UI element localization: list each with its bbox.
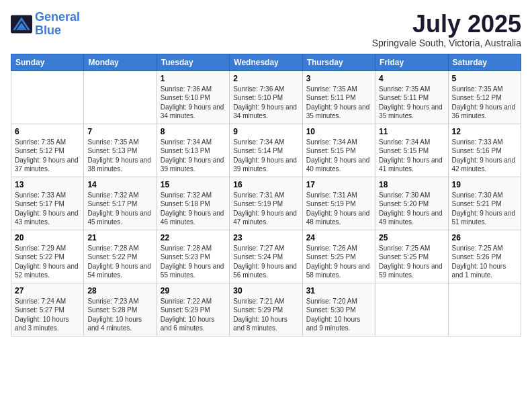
day-number: 13 bbox=[15, 180, 80, 189]
day-number: 19 bbox=[452, 180, 517, 189]
day-number: 7 bbox=[87, 127, 152, 136]
day-number: 17 bbox=[306, 180, 371, 189]
day-detail: Sunrise: 7:32 AMSunset: 5:17 PMDaylight:… bbox=[87, 191, 152, 227]
calendar-cell: 12Sunrise: 7:33 AMSunset: 5:16 PMDayligh… bbox=[448, 124, 521, 177]
calendar-cell bbox=[84, 71, 157, 124]
weekday-header-thursday: Thursday bbox=[302, 54, 375, 71]
page-header: GeneralBlue July 2025 Springvale South, … bbox=[11, 11, 521, 48]
weekday-header-sunday: Sunday bbox=[11, 54, 84, 71]
day-detail: Sunrise: 7:24 AMSunset: 5:27 PMDaylight:… bbox=[15, 297, 80, 333]
calendar-cell: 5Sunrise: 7:35 AMSunset: 5:12 PMDaylight… bbox=[448, 71, 521, 124]
weekday-header-monday: Monday bbox=[84, 54, 157, 71]
day-detail: Sunrise: 7:35 AMSunset: 5:11 PMDaylight:… bbox=[379, 85, 444, 121]
calendar-cell: 9Sunrise: 7:34 AMSunset: 5:14 PMDaylight… bbox=[230, 124, 302, 177]
day-detail: Sunrise: 7:29 AMSunset: 5:22 PMDaylight:… bbox=[15, 244, 80, 280]
location: Springvale South, Victoria, Australia bbox=[372, 38, 521, 48]
weekday-header-saturday: Saturday bbox=[448, 54, 521, 71]
logo-icon bbox=[11, 15, 32, 34]
day-number: 21 bbox=[87, 233, 152, 242]
calendar-body: 1Sunrise: 7:36 AMSunset: 5:10 PMDaylight… bbox=[11, 71, 521, 336]
day-number: 2 bbox=[233, 74, 298, 83]
day-detail: Sunrise: 7:35 AMSunset: 5:12 PMDaylight:… bbox=[452, 85, 517, 121]
day-detail: Sunrise: 7:34 AMSunset: 5:15 PMDaylight:… bbox=[306, 138, 371, 174]
calendar-cell: 21Sunrise: 7:28 AMSunset: 5:22 PMDayligh… bbox=[84, 230, 157, 283]
day-number: 6 bbox=[15, 127, 80, 136]
day-detail: Sunrise: 7:35 AMSunset: 5:12 PMDaylight:… bbox=[15, 138, 80, 174]
calendar-cell: 3Sunrise: 7:35 AMSunset: 5:11 PMDaylight… bbox=[302, 71, 375, 124]
calendar-cell: 4Sunrise: 7:35 AMSunset: 5:11 PMDaylight… bbox=[375, 71, 448, 124]
day-number: 4 bbox=[379, 74, 444, 83]
weekday-header-friday: Friday bbox=[375, 54, 448, 71]
calendar-cell: 23Sunrise: 7:27 AMSunset: 5:24 PMDayligh… bbox=[230, 230, 302, 283]
day-detail: Sunrise: 7:32 AMSunset: 5:18 PMDaylight:… bbox=[161, 191, 226, 227]
day-number: 26 bbox=[452, 233, 517, 242]
calendar-cell: 2Sunrise: 7:36 AMSunset: 5:10 PMDaylight… bbox=[230, 71, 302, 124]
calendar-week-4: 20Sunrise: 7:29 AMSunset: 5:22 PMDayligh… bbox=[11, 230, 521, 283]
calendar-cell: 17Sunrise: 7:31 AMSunset: 5:19 PMDayligh… bbox=[302, 177, 375, 230]
day-detail: Sunrise: 7:36 AMSunset: 5:10 PMDaylight:… bbox=[161, 85, 226, 121]
day-number: 20 bbox=[15, 233, 80, 242]
day-number: 14 bbox=[87, 180, 152, 189]
calendar-cell: 6Sunrise: 7:35 AMSunset: 5:12 PMDaylight… bbox=[11, 124, 84, 177]
calendar-cell bbox=[375, 283, 448, 336]
calendar-cell: 11Sunrise: 7:34 AMSunset: 5:15 PMDayligh… bbox=[375, 124, 448, 177]
calendar-cell: 27Sunrise: 7:24 AMSunset: 5:27 PMDayligh… bbox=[11, 283, 84, 336]
day-detail: Sunrise: 7:25 AMSunset: 5:26 PMDaylight:… bbox=[452, 244, 517, 280]
calendar-cell: 29Sunrise: 7:22 AMSunset: 5:29 PMDayligh… bbox=[157, 283, 229, 336]
day-detail: Sunrise: 7:23 AMSunset: 5:28 PMDaylight:… bbox=[87, 297, 152, 333]
calendar-cell: 10Sunrise: 7:34 AMSunset: 5:15 PMDayligh… bbox=[302, 124, 375, 177]
day-number: 29 bbox=[161, 286, 226, 295]
day-detail: Sunrise: 7:20 AMSunset: 5:30 PMDaylight:… bbox=[306, 297, 371, 333]
calendar-cell: 25Sunrise: 7:25 AMSunset: 5:25 PMDayligh… bbox=[375, 230, 448, 283]
calendar-cell: 18Sunrise: 7:30 AMSunset: 5:20 PMDayligh… bbox=[375, 177, 448, 230]
day-number: 28 bbox=[87, 286, 152, 295]
calendar-week-1: 1Sunrise: 7:36 AMSunset: 5:10 PMDaylight… bbox=[11, 71, 521, 124]
day-number: 16 bbox=[233, 180, 298, 189]
day-number: 1 bbox=[161, 74, 226, 83]
day-detail: Sunrise: 7:31 AMSunset: 5:19 PMDaylight:… bbox=[233, 191, 298, 227]
logo-text: GeneralBlue bbox=[35, 11, 80, 38]
calendar-cell: 15Sunrise: 7:32 AMSunset: 5:18 PMDayligh… bbox=[157, 177, 229, 230]
day-detail: Sunrise: 7:35 AMSunset: 5:11 PMDaylight:… bbox=[306, 85, 371, 121]
calendar-cell: 14Sunrise: 7:32 AMSunset: 5:17 PMDayligh… bbox=[84, 177, 157, 230]
calendar-cell: 30Sunrise: 7:21 AMSunset: 5:29 PMDayligh… bbox=[230, 283, 302, 336]
day-number: 27 bbox=[15, 286, 80, 295]
logo: GeneralBlue bbox=[11, 11, 80, 38]
day-number: 24 bbox=[306, 233, 371, 242]
day-detail: Sunrise: 7:35 AMSunset: 5:13 PMDaylight:… bbox=[87, 138, 152, 174]
calendar-cell: 24Sunrise: 7:26 AMSunset: 5:25 PMDayligh… bbox=[302, 230, 375, 283]
calendar-week-3: 13Sunrise: 7:33 AMSunset: 5:17 PMDayligh… bbox=[11, 177, 521, 230]
day-number: 25 bbox=[379, 233, 444, 242]
day-number: 3 bbox=[306, 74, 371, 83]
day-number: 31 bbox=[306, 286, 371, 295]
calendar-table: SundayMondayTuesdayWednesdayThursdayFrid… bbox=[11, 54, 521, 336]
weekday-header-row: SundayMondayTuesdayWednesdayThursdayFrid… bbox=[11, 54, 521, 71]
weekday-header-wednesday: Wednesday bbox=[230, 54, 302, 71]
day-number: 30 bbox=[233, 286, 298, 295]
calendar-cell: 28Sunrise: 7:23 AMSunset: 5:28 PMDayligh… bbox=[84, 283, 157, 336]
day-detail: Sunrise: 7:25 AMSunset: 5:25 PMDaylight:… bbox=[379, 244, 444, 280]
month-title: July 2025 bbox=[372, 11, 521, 38]
day-detail: Sunrise: 7:26 AMSunset: 5:25 PMDaylight:… bbox=[306, 244, 371, 280]
day-detail: Sunrise: 7:33 AMSunset: 5:16 PMDaylight:… bbox=[452, 138, 517, 174]
day-detail: Sunrise: 7:31 AMSunset: 5:19 PMDaylight:… bbox=[306, 191, 371, 227]
calendar-cell: 26Sunrise: 7:25 AMSunset: 5:26 PMDayligh… bbox=[448, 230, 521, 283]
weekday-header-tuesday: Tuesday bbox=[157, 54, 229, 71]
day-detail: Sunrise: 7:36 AMSunset: 5:10 PMDaylight:… bbox=[233, 85, 298, 121]
day-number: 23 bbox=[233, 233, 298, 242]
day-detail: Sunrise: 7:28 AMSunset: 5:22 PMDaylight:… bbox=[87, 244, 152, 280]
day-number: 18 bbox=[379, 180, 444, 189]
day-detail: Sunrise: 7:28 AMSunset: 5:23 PMDaylight:… bbox=[161, 244, 226, 280]
day-number: 12 bbox=[452, 127, 517, 136]
day-number: 9 bbox=[233, 127, 298, 136]
day-detail: Sunrise: 7:27 AMSunset: 5:24 PMDaylight:… bbox=[233, 244, 298, 280]
calendar-cell: 13Sunrise: 7:33 AMSunset: 5:17 PMDayligh… bbox=[11, 177, 84, 230]
day-detail: Sunrise: 7:22 AMSunset: 5:29 PMDaylight:… bbox=[161, 297, 226, 333]
calendar-cell: 16Sunrise: 7:31 AMSunset: 5:19 PMDayligh… bbox=[230, 177, 302, 230]
day-detail: Sunrise: 7:33 AMSunset: 5:17 PMDaylight:… bbox=[15, 191, 80, 227]
day-number: 5 bbox=[452, 74, 517, 83]
calendar-week-5: 27Sunrise: 7:24 AMSunset: 5:27 PMDayligh… bbox=[11, 283, 521, 336]
title-block: July 2025 Springvale South, Victoria, Au… bbox=[372, 11, 521, 48]
calendar-cell: 8Sunrise: 7:34 AMSunset: 5:13 PMDaylight… bbox=[157, 124, 229, 177]
day-detail: Sunrise: 7:30 AMSunset: 5:21 PMDaylight:… bbox=[452, 191, 517, 227]
